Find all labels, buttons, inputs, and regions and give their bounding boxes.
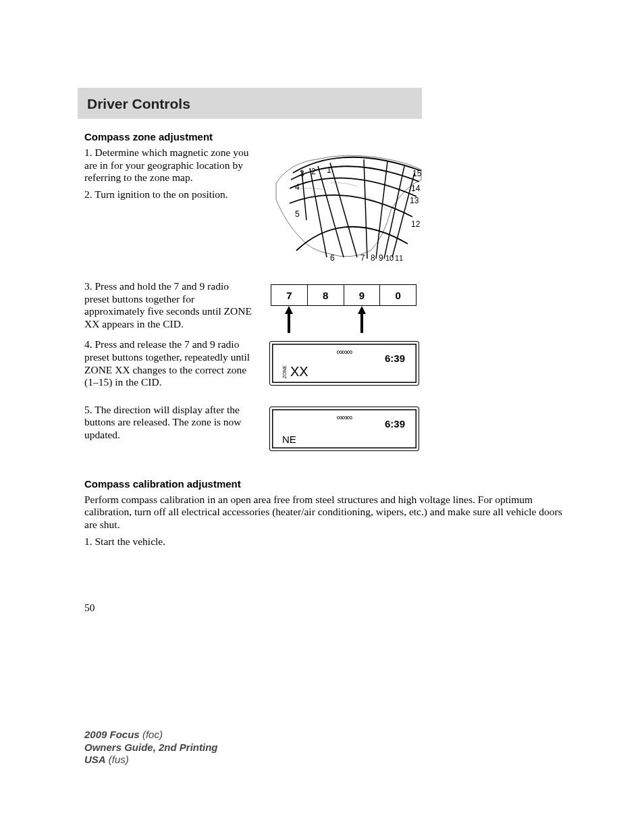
- cid-signal-icon: ∞∞∞: [337, 347, 352, 357]
- zone-label-10: 10: [385, 254, 394, 262]
- cid-direction: NE: [282, 434, 296, 445]
- preset-button-7: 7: [271, 284, 308, 305]
- zone-label-12: 12: [411, 219, 421, 229]
- zone-label-5: 5: [295, 209, 300, 219]
- zone-label-7: 7: [360, 253, 365, 263]
- footer-region-code: (fus): [109, 754, 129, 765]
- zone-label-9: 9: [379, 253, 383, 263]
- section-title: Driver Controls: [87, 96, 412, 112]
- zone-label-6: 6: [330, 253, 335, 263]
- cid-zone-value: XX: [290, 364, 308, 380]
- cid-signal-icon: ∞∞∞: [337, 413, 352, 422]
- cid-time: 6:39: [385, 418, 405, 429]
- zone-label-4: 4: [295, 182, 300, 192]
- compass-calibration-heading: Compass calibration adjustment: [84, 478, 563, 490]
- svg-line-6: [384, 166, 404, 259]
- cid-display-direction: ∞∞∞ 6:39 NE: [269, 407, 419, 451]
- step-4-text: 4. Press and release the 7 and 9 radio p…: [84, 338, 253, 388]
- footer: 2009 Focus (foc) Owners Guide, 2nd Print…: [84, 729, 218, 766]
- zone-label-15: 15: [412, 169, 422, 178]
- step-5-text: 5. The direction will display after the …: [84, 404, 253, 442]
- preset-button-0: 0: [380, 284, 417, 305]
- svg-line-0: [310, 168, 327, 257]
- preset-button-8: 8: [308, 284, 344, 305]
- zone-label-13: 13: [410, 196, 419, 205]
- calibration-intro-text: Perform compass calibration in an open a…: [84, 494, 563, 531]
- compass-zone-heading: Compass zone adjustment: [84, 131, 563, 142]
- arrow-up-icon: [344, 306, 380, 334]
- zone-label-8: 8: [371, 253, 375, 263]
- svg-line-2: [318, 166, 344, 257]
- svg-line-4: [364, 159, 367, 259]
- footer-guide: Owners Guide, 2nd Printing: [84, 741, 218, 753]
- zone-label-11: 11: [395, 254, 403, 262]
- zone-label-2: 2: [311, 167, 316, 176]
- calibration-step-1-text: 1. Start the vehicle.: [84, 536, 563, 548]
- cid-time: 6:39: [385, 353, 405, 364]
- footer-model: 2009 Focus: [84, 729, 140, 740]
- preset-button-9: 9: [344, 284, 381, 305]
- arrow-up-icon: [271, 306, 307, 334]
- footer-region: USA: [84, 754, 106, 765]
- cid-display-zone: ∞∞∞ 6:39 ZONE XX: [269, 341, 419, 386]
- step-2-text: 2. Turn ignition to the on position.: [84, 188, 253, 201]
- svg-line-5: [376, 161, 387, 259]
- step-1-text: 1. Determine which magnetic zone you are…: [84, 147, 253, 184]
- zone-label-1: 1: [327, 165, 331, 175]
- footer-model-code: (foc): [142, 729, 163, 740]
- step-3-text: 3. Press and hold the 7 and 9 radio pres…: [84, 280, 253, 330]
- zone-map-figure: 1 2 3 4 5 6 7 8 9 10 11 12 13 14 15: [269, 149, 425, 271]
- section-title-bar: Driver Controls: [78, 88, 422, 119]
- zone-label-3: 3: [300, 169, 304, 178]
- page-number: 50: [84, 602, 563, 614]
- svg-line-3: [330, 163, 357, 257]
- zone-label-14: 14: [411, 184, 421, 193]
- preset-buttons-figure: 7 8 9 0: [269, 284, 563, 334]
- cid-zone-word: ZONE: [282, 365, 287, 378]
